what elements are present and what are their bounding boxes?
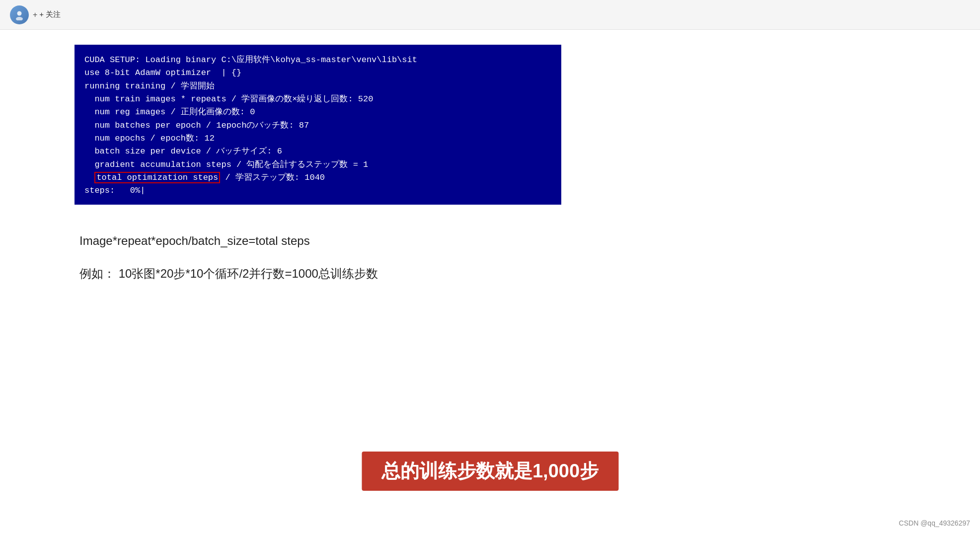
terminal-line-4: num train images * repeats / 学習画像の数×繰り返し…: [84, 93, 551, 106]
terminal-line-2: use 8-bit AdamW optimizer | {}: [84, 67, 551, 79]
terminal-line-5: num reg images / 正則化画像の数: 0: [84, 106, 551, 119]
follow-label: + 关注: [39, 10, 61, 19]
terminal-line-3: running training / 学習開始: [84, 80, 551, 93]
terminal-line-9: gradient accumulation steps / 勾配を合計するステッ…: [84, 158, 551, 171]
terminal-line-11: steps: 0%|: [84, 184, 551, 197]
plus-icon: +: [33, 10, 37, 19]
svg-point-0: [17, 11, 22, 15]
terminal-line-8: batch size per device / バッチサイズ: 6: [84, 145, 551, 158]
terminal-line-1: CUDA SETUP: Loading binary C:\应用软件\kohya…: [84, 54, 551, 67]
avatar: [10, 5, 29, 24]
terminal-block: CUDA SETUP: Loading binary C:\应用软件\kohya…: [75, 45, 561, 205]
watermark: CSDN @qq_49326297: [899, 519, 970, 527]
follow-button[interactable]: + + 关注: [33, 10, 61, 19]
svg-point-1: [16, 17, 23, 20]
formula-section: Image*repeat*epoch/batch_size=total step…: [75, 232, 905, 283]
highlighted-total-steps: total optimization steps: [94, 172, 220, 183]
terminal-line-10: total optimization steps / 学習ステップ数: 1040: [84, 171, 551, 184]
terminal-line-7: num epochs / epoch数: 12: [84, 132, 551, 145]
top-bar: + + 关注: [0, 0, 980, 30]
example-text: 例如： 10张图*20步*10个循环/2并行数=1000总训练步数: [79, 265, 901, 283]
terminal-line-6: num batches per epoch / 1epochのバッチ数: 87: [84, 119, 551, 132]
formula-text: Image*repeat*epoch/batch_size=total step…: [79, 232, 901, 250]
bottom-caption: 总的训练步数就是1,000步: [362, 452, 618, 491]
